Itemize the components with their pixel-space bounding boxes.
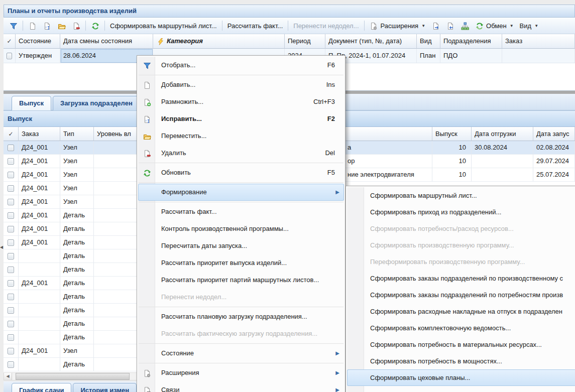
products-cell[interactable]: 02.08.2024 xyxy=(533,141,575,155)
menu-item-move[interactable]: Переместить... xyxy=(138,127,344,145)
row-checkbox[interactable] xyxy=(8,158,14,165)
type-cell[interactable]: Деталь xyxy=(60,263,94,277)
menu-item-state[interactable]: Состояние▶ xyxy=(138,345,344,362)
structure-button[interactable] xyxy=(457,19,472,32)
row-checkbox-cell[interactable] xyxy=(4,263,19,277)
type-cell[interactable]: Деталь xyxy=(60,331,94,344)
type-cell[interactable]: Деталь xyxy=(60,236,94,249)
plans-column-header[interactable]: Вид xyxy=(417,34,440,49)
row-checkbox-cell[interactable] xyxy=(4,209,19,222)
plans-column-header[interactable]: Документ (тип, №, дата) xyxy=(325,34,417,49)
type-cell[interactable]: Узел xyxy=(60,168,94,182)
menu-item-program-control[interactable]: Контроль производственной программы... xyxy=(138,220,344,237)
menu-item-duplicate[interactable]: Размножить...Ctrl+F3 xyxy=(138,93,344,110)
order-cell[interactable]: Д24_001 xyxy=(19,155,60,168)
row-checkbox-cell[interactable] xyxy=(4,195,19,209)
row-checkbox-cell[interactable] xyxy=(4,236,19,249)
products-cell[interactable]: 30.08.2024 xyxy=(472,141,533,155)
order-cell[interactable] xyxy=(19,331,60,344)
row-checkbox-cell[interactable] xyxy=(4,155,19,168)
output-column-header[interactable]: ✓ xyxy=(4,127,19,141)
output-column-header[interactable]: Заказ xyxy=(19,127,60,141)
menu-item-planned-load[interactable]: Рассчитать плановую загрузку подразделен… xyxy=(138,308,344,325)
row-checkbox-cell[interactable] xyxy=(4,358,19,371)
row-checkbox-cell[interactable] xyxy=(4,277,19,290)
menu-item-formation[interactable]: Формирование▶ xyxy=(138,184,344,201)
order-cell[interactable] xyxy=(19,290,60,304)
edit-button[interactable] xyxy=(40,19,54,32)
plans-cell[interactable] xyxy=(4,49,16,63)
order-cell[interactable]: Д24_001 xyxy=(19,209,60,222)
products-cell[interactable] xyxy=(472,155,533,168)
type-cell[interactable]: Деталь xyxy=(60,358,94,371)
order-cell[interactable] xyxy=(19,249,60,263)
bottom-tab[interactable]: История измен xyxy=(73,383,137,392)
type-cell[interactable]: Деталь xyxy=(60,209,94,222)
plans-cell[interactable] xyxy=(502,49,575,63)
type-cell[interactable]: Деталь xyxy=(60,277,94,290)
detail-tab[interactable]: Выпуск xyxy=(12,96,51,110)
order-cell[interactable]: Д24_001 xyxy=(19,195,60,209)
row-checkbox-cell[interactable] xyxy=(4,182,19,195)
plans-column-header[interactable]: ✓ xyxy=(4,34,16,49)
submenu-orders-by-production[interactable]: Сформировать заказы подразделений по про… xyxy=(347,270,575,287)
menu-item-delete[interactable]: УдалитьDel xyxy=(138,145,344,162)
submenu-route-sheet[interactable]: Сформировать маршрутный лист... xyxy=(347,187,575,204)
menu-item-batch-priority[interactable]: Рассчитать приоритет партий маршрутных л… xyxy=(138,272,344,289)
order-cell[interactable]: Д24_001 xyxy=(19,277,60,290)
row-checkbox[interactable] xyxy=(8,253,14,259)
panel-collapse-arrow[interactable]: ◀ xyxy=(0,243,4,251)
products-cell[interactable]: 10 xyxy=(432,168,472,182)
order-cell[interactable]: Д24_001 xyxy=(19,168,60,182)
plans-cell[interactable]: ПДО xyxy=(440,49,502,63)
order-cell[interactable] xyxy=(19,263,60,277)
add-button[interactable] xyxy=(25,19,40,32)
plans-column-header[interactable]: Состояние xyxy=(16,34,60,49)
detail-tab[interactable]: Загрузка подразделен xyxy=(53,96,140,110)
order-cell[interactable]: Д24_001 xyxy=(19,141,60,155)
row-checkbox[interactable] xyxy=(8,185,14,192)
row-checkbox-cell[interactable] xyxy=(4,344,19,358)
plans-column-header[interactable]: Заказ xyxy=(502,34,575,49)
refresh-button[interactable] xyxy=(88,19,102,32)
row-checkbox-cell[interactable] xyxy=(4,168,19,182)
type-cell[interactable]: Узел xyxy=(60,182,94,195)
order-cell[interactable] xyxy=(19,304,60,317)
menu-item-filter[interactable]: Отобрать...F6 xyxy=(138,57,344,74)
row-checkbox[interactable] xyxy=(8,321,14,327)
row-checkbox[interactable] xyxy=(8,334,14,341)
row-checkbox[interactable] xyxy=(8,267,14,273)
row-checkbox[interactable] xyxy=(8,172,14,178)
row-checkbox[interactable] xyxy=(8,307,14,314)
calculate-fact-button[interactable]: Рассчитать факт... xyxy=(224,19,286,32)
output-column-header[interactable]: Тип xyxy=(60,127,94,141)
submenu-picking-list[interactable]: Сформировать комплектовочную ведомость..… xyxy=(347,320,575,336)
row-checkbox[interactable] xyxy=(8,239,14,246)
row-checkbox-cell[interactable] xyxy=(4,141,19,155)
products-column-header[interactable]: Дата запус xyxy=(533,127,575,141)
type-cell[interactable]: Деталь xyxy=(60,249,94,263)
type-cell[interactable]: Деталь xyxy=(60,304,94,317)
plans-cell[interactable]: План xyxy=(417,49,440,63)
submenu-shop-plans[interactable]: Сформировать цеховые планы... xyxy=(347,369,575,386)
submenu-receipt[interactable]: Сформировать приход из подразделений... xyxy=(347,204,575,220)
row-checkbox[interactable] xyxy=(7,53,12,59)
products-cell[interactable]: 10 xyxy=(432,155,472,168)
order-cell[interactable]: Д24_001 xyxy=(19,344,60,358)
type-cell[interactable]: Узел xyxy=(60,195,94,209)
plans-column-header[interactable]: Дата смены состояния xyxy=(60,34,153,49)
row-checkbox[interactable] xyxy=(8,294,14,300)
row-checkbox[interactable] xyxy=(8,226,14,232)
row-checkbox[interactable] xyxy=(8,199,14,205)
submenu-orders-by-demand[interactable]: Сформировать заказы подразделений по пот… xyxy=(347,287,575,303)
extensions-dropdown[interactable]: Расширения▼ xyxy=(367,19,429,32)
type-cell[interactable]: Деталь xyxy=(60,222,94,236)
plans-column-header[interactable]: Категория xyxy=(153,34,285,49)
menu-item-calc-fact[interactable]: Рассчитать факт... xyxy=(138,203,344,220)
delete-button[interactable] xyxy=(69,19,83,32)
products-cell[interactable] xyxy=(472,168,533,182)
type-cell[interactable]: Узел xyxy=(60,344,94,358)
order-cell[interactable] xyxy=(19,358,60,371)
type-cell[interactable]: Деталь xyxy=(60,290,94,304)
view-dropdown[interactable]: Вид▼ xyxy=(517,19,541,32)
